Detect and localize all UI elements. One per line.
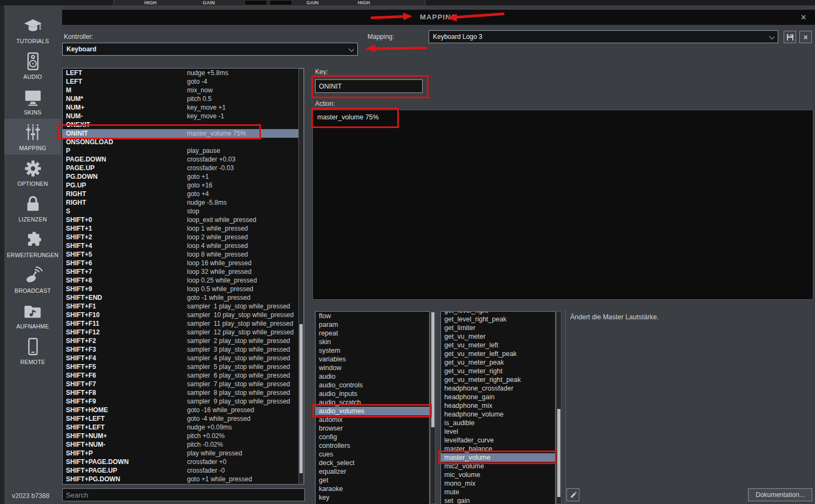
mapping-select[interactable]: Keyboard Logo 3 xyxy=(429,30,778,43)
action-item[interactable]: master_balance xyxy=(441,445,555,453)
mapping-row[interactable]: SHIFT+F10sampler 10 play_stop while_pres… xyxy=(63,311,304,319)
category-item[interactable]: get xyxy=(316,476,429,485)
category-item[interactable]: browser xyxy=(316,424,429,433)
category-item[interactable]: automix xyxy=(316,415,429,424)
action-item[interactable]: get_vu_meter_right_peak xyxy=(441,375,555,384)
mapping-list-scrollbar[interactable] xyxy=(298,69,304,483)
mapping-row[interactable]: SHIFT+HOMEgoto -16 while_pressed xyxy=(63,406,304,414)
mapping-row[interactable]: SHIFT+8loop 0.25 while_pressed xyxy=(63,276,304,285)
action-item[interactable]: headphone_crossfader xyxy=(441,384,555,393)
scrollbar-thumb[interactable] xyxy=(557,409,560,497)
mapping-row[interactable]: SHIFT+PG.UPgoto +16 while_pressed xyxy=(63,483,304,485)
mapping-row[interactable]: SHIFT+PG.DOWNgoto +1 while_pressed xyxy=(63,475,304,483)
mapping-row[interactable]: PG.UPgoto +16 xyxy=(63,181,304,190)
category-item[interactable]: controllers xyxy=(316,441,429,450)
mapping-row[interactable]: LEFTnudge +5.8ms xyxy=(63,69,304,77)
sidebar-item-audio[interactable]: AUDIO xyxy=(4,48,61,83)
sidebar-item-tutorials[interactable]: TUTORIALS xyxy=(4,12,61,48)
category-item[interactable]: audio_controls xyxy=(316,381,429,389)
category-item[interactable]: system xyxy=(316,346,429,355)
category-item[interactable]: window xyxy=(316,364,429,372)
mapping-row[interactable]: RIGHTgoto +4 xyxy=(63,190,304,198)
category-item[interactable]: karaoke xyxy=(316,485,429,493)
category-item[interactable]: param xyxy=(316,320,429,329)
documentation-button[interactable]: Dokumentation... xyxy=(748,488,812,501)
mapping-row[interactable]: ONEXIT xyxy=(63,120,304,129)
sidebar-item-lizenzen[interactable]: LIZENZEN xyxy=(4,190,61,226)
mapping-row[interactable]: SHIFT+6loop 16 while_pressed xyxy=(63,259,304,267)
mapping-row[interactable]: SHIFT+NUM-pitch -0.02% xyxy=(63,440,304,449)
sidebar-item-skins[interactable]: SKINS xyxy=(4,83,61,119)
mapping-row[interactable]: SHIFT+F6sampler 6 play_stop while_presse… xyxy=(63,371,304,380)
mapping-row[interactable]: SHIFT+F1sampler 1 play_stop while_presse… xyxy=(63,302,304,311)
mapping-row[interactable]: SHIFT+NUM+pitch +0.02% xyxy=(63,432,304,440)
category-item[interactable]: equalizer xyxy=(316,467,429,476)
action-list-scrollbar[interactable] xyxy=(556,311,562,504)
mapping-row[interactable]: SHIFT+Pplay while_pressed xyxy=(63,449,304,458)
mapping-row[interactable]: SHIFT+F4sampler 4 play_stop while_presse… xyxy=(63,354,304,362)
action-item[interactable]: master_volume xyxy=(441,453,555,462)
action-item[interactable]: mic_volume xyxy=(441,471,555,479)
mapping-row[interactable]: ONSONGLOAD xyxy=(63,138,304,146)
mapping-row[interactable]: PAGE.UPcrossfader -0.03 xyxy=(63,164,304,172)
mapping-row[interactable]: ONINITmaster_volume 75% xyxy=(63,129,304,138)
close-icon[interactable]: × xyxy=(800,11,806,23)
mapping-row[interactable]: SHIFT+PAGE.UPcrossfader -0 xyxy=(63,466,304,475)
action-item[interactable]: get_vu_meter xyxy=(441,332,555,341)
mapping-row[interactable]: SHIFT+1loop 1 while_pressed xyxy=(63,224,304,233)
mapping-row[interactable]: NUM*pitch 0.5 xyxy=(63,95,304,103)
sidebar-item-broadcast[interactable]: BROADCAST xyxy=(4,261,61,297)
mapping-row[interactable]: SHIFT+ENDgoto -1 while_pressed xyxy=(63,293,304,302)
mapping-row[interactable]: SHIFT+LEFTgoto -4 while_pressed xyxy=(63,414,304,423)
mapping-row[interactable]: PAGE.DOWNcrossfader +0.03 xyxy=(63,155,304,164)
mapping-row[interactable]: SHIFT+4loop 4 while_pressed xyxy=(63,241,304,250)
action-item[interactable]: is_audible xyxy=(441,419,555,427)
mapping-row[interactable]: SHIFT+F12sampler 12 play_stop while_pres… xyxy=(63,328,304,337)
mapping-row[interactable]: SHIFT+5loop 8 while_pressed xyxy=(63,250,304,259)
category-list-scrollbar[interactable] xyxy=(430,311,436,504)
category-item[interactable]: repeat xyxy=(316,329,429,338)
category-item[interactable]: audio_inputs xyxy=(316,389,429,398)
category-item[interactable]: deck_select xyxy=(316,459,429,467)
sidebar-item-remote[interactable]: REMOTE xyxy=(4,333,61,368)
mapping-row[interactable]: SHIFT+0loop_exit while_pressed xyxy=(63,216,304,224)
mapping-row[interactable]: Sstop xyxy=(63,207,304,216)
mapping-row[interactable]: SHIFT+9loop 0.5 while_pressed xyxy=(63,285,304,293)
action-item[interactable]: headphone_volume xyxy=(441,410,555,419)
category-item[interactable]: cues xyxy=(316,450,429,459)
delete-mapping-button[interactable]: × xyxy=(799,31,812,43)
key-input[interactable] xyxy=(315,79,423,93)
mapping-row[interactable]: Pplay_pause xyxy=(63,146,304,155)
action-item[interactable]: mic2_volume xyxy=(441,462,555,471)
action-item[interactable]: mono_mix xyxy=(441,479,555,488)
mapping-row[interactable]: SHIFT+PAGE.DOWNcrossfader +0 xyxy=(63,458,304,466)
action-item[interactable]: headphone_gain xyxy=(441,393,555,401)
action-item[interactable]: headphone_mix xyxy=(441,401,555,410)
sidebar-item-aufnahme[interactable]: AUFNAHME xyxy=(4,297,61,333)
category-item[interactable]: flow xyxy=(316,312,429,320)
category-item[interactable]: audio_volumes xyxy=(316,407,429,415)
sidebar-item-optionen[interactable]: OPTIONEN xyxy=(4,154,61,190)
mapping-row[interactable]: LEFTgoto -4 xyxy=(63,77,304,86)
action-item[interactable]: get_vu_meter_left xyxy=(441,341,555,350)
mapping-row[interactable]: SHIFT+7loop 32 while_pressed xyxy=(63,267,304,276)
edit-action-button[interactable] xyxy=(566,488,579,501)
sidebar-item-erweiterungen[interactable]: ERWEITERUNGEN xyxy=(4,226,61,261)
mapping-row[interactable]: SHIFT+F11sampler 11 play_stop while_pres… xyxy=(63,319,304,328)
sidebar-item-mapping[interactable]: MAPPING xyxy=(4,119,61,154)
category-item[interactable]: audio xyxy=(316,372,429,381)
action-item[interactable]: level xyxy=(441,427,555,436)
mapping-row[interactable]: Mmix_now xyxy=(63,86,304,95)
category-item[interactable]: audio_scratch xyxy=(316,398,429,407)
mapping-row[interactable]: PG.DOWNgoto +1 xyxy=(63,172,304,181)
action-item[interactable]: set_gain xyxy=(441,496,555,504)
scrollbar-thumb[interactable] xyxy=(431,312,435,427)
mapping-row[interactable]: SHIFT+F8sampler 8 play_stop while_presse… xyxy=(63,388,304,397)
mapping-row[interactable]: SHIFT+F2sampler 2 play_stop while_presse… xyxy=(63,337,304,345)
save-mapping-button[interactable] xyxy=(784,31,796,43)
controller-select[interactable]: Keyboard xyxy=(62,43,358,56)
action-item[interactable]: get_level_right xyxy=(441,311,555,315)
category-item[interactable]: config xyxy=(316,433,429,441)
mapping-row[interactable]: SHIFT+F3sampler 3 play_stop while_presse… xyxy=(63,345,304,354)
action-item[interactable]: get_vu_meter_right xyxy=(441,367,555,375)
